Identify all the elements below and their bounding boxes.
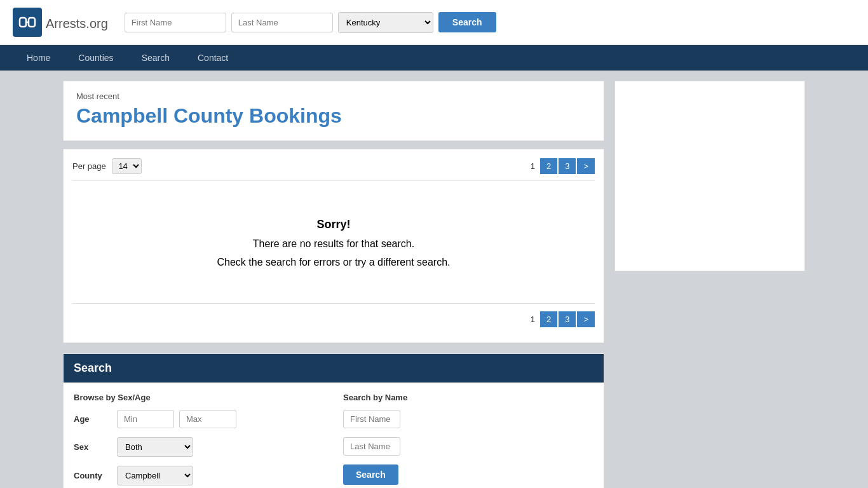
no-results-message: Sorry! There are no results for that sea… — [72, 189, 595, 297]
per-page-label: Per page 10 14 25 50 — [72, 158, 142, 174]
header: Arrests.org Kentucky Alabama Arizona Ark… — [0, 0, 868, 45]
search-lastname-input[interactable] — [343, 437, 400, 456]
nav-item-contact[interactable]: Contact — [184, 45, 242, 71]
sex-row: Sex Both Male Female — [74, 437, 324, 457]
top-pagination-row: Per page 10 14 25 50 1 2 3 > — [72, 158, 595, 174]
search-submit-row: Search — [343, 464, 593, 485]
top-pagination: 1 2 3 > — [527, 158, 595, 174]
nav-item-counties[interactable]: Counties — [64, 45, 127, 71]
page-next-btn[interactable]: > — [577, 158, 595, 174]
divider — [72, 180, 595, 181]
page-1-plain: 1 — [527, 159, 539, 173]
county-select[interactable]: Campbell All Counties — [117, 466, 193, 485]
sidebar-ad — [614, 81, 805, 271]
search-panel: Search Browse by Sex/Age Age Sex Both Ma… — [63, 353, 604, 488]
page-3-btn[interactable]: 3 — [559, 158, 576, 174]
logo[interactable]: Arrests.org — [13, 8, 108, 37]
age-max-input[interactable] — [179, 410, 236, 428]
search-submit-button[interactable]: Search — [343, 464, 398, 485]
search-lastname-row — [343, 437, 593, 456]
logo-brand: Arrests — [46, 17, 86, 30]
county-row: County Campbell All Counties — [74, 466, 324, 485]
header-lastname-input[interactable] — [231, 13, 333, 32]
header-search-form: Kentucky Alabama Arizona Arkansas Califo… — [125, 12, 855, 33]
county-label: County — [74, 471, 112, 480]
header-search-button[interactable]: Search — [438, 12, 496, 32]
nav-item-search[interactable]: Search — [128, 45, 184, 71]
bottom-pagination-row: 1 2 3 > — [72, 311, 595, 327]
header-state-select[interactable]: Kentucky Alabama Arizona Arkansas Califo… — [338, 12, 433, 33]
age-label: Age — [74, 414, 112, 424]
sex-select[interactable]: Both Male Female — [117, 437, 193, 457]
search-firstname-input[interactable] — [343, 410, 400, 428]
nav-item-home[interactable]: Home — [13, 45, 64, 71]
name-section-title: Search by Name — [343, 393, 593, 402]
browse-section-title: Browse by Sex/Age — [74, 393, 324, 402]
content-area: Most recent Campbell County Bookings Per… — [63, 81, 604, 488]
header-firstname-input[interactable] — [125, 13, 226, 32]
logo-text: Arrests.org — [46, 12, 108, 32]
bottom-page-1: 1 — [527, 312, 539, 327]
bottom-page-2-btn[interactable]: 2 — [540, 311, 557, 327]
most-recent-label: Most recent — [76, 92, 591, 101]
search-panel-body: Browse by Sex/Age Age Sex Both Male Fema… — [64, 383, 604, 488]
age-row: Age — [74, 410, 324, 428]
bottom-pagination: 1 2 3 > — [527, 311, 595, 327]
age-min-input[interactable] — [117, 410, 174, 428]
sex-label: Sex — [74, 442, 112, 452]
no-results-line2: Check the search for errors or try a dif… — [85, 254, 582, 272]
bottom-page-next-btn[interactable]: > — [577, 311, 595, 327]
browse-section: Browse by Sex/Age Age Sex Both Male Fema… — [74, 393, 324, 488]
svg-rect-1 — [29, 18, 35, 27]
results-panel: Per page 10 14 25 50 1 2 3 > — [63, 149, 604, 343]
bottom-page-3-btn[interactable]: 3 — [559, 311, 576, 327]
county-title: Campbell County Bookings — [76, 104, 591, 128]
no-results-line1: There are no results for that search. — [85, 235, 582, 254]
svg-rect-0 — [20, 18, 26, 27]
page-2-btn[interactable]: 2 — [540, 158, 557, 174]
per-page-text: Per page — [72, 161, 106, 171]
name-search-section: Search by Name Search — [343, 393, 593, 488]
logo-icon — [13, 8, 42, 37]
page-title-section: Most recent Campbell County Bookings — [63, 81, 604, 141]
search-panel-header: Search — [64, 354, 604, 383]
main-content: Most recent Campbell County Bookings Per… — [53, 71, 815, 488]
navbar: Home Counties Search Contact — [0, 45, 868, 71]
per-page-select[interactable]: 10 14 25 50 — [112, 158, 142, 174]
search-firstname-row — [343, 410, 593, 428]
no-results-title: Sorry! — [85, 214, 582, 234]
sidebar — [614, 81, 805, 488]
logo-suffix: .org — [86, 17, 107, 30]
divider-bottom — [72, 303, 595, 304]
